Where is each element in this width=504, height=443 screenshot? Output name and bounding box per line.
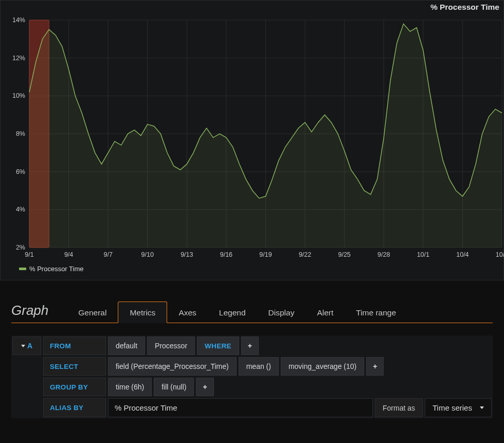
svg-text:9/1: 9/1 bbox=[25, 251, 33, 258]
query-block: A FROM defaultProcessorWHERE+ SELECT fie… bbox=[11, 335, 493, 418]
svg-text:9/7: 9/7 bbox=[103, 251, 112, 258]
panel-editor: Graph GeneralMetricsAxesLegendDisplayAle… bbox=[0, 280, 504, 418]
tab-axes[interactable]: Axes bbox=[167, 302, 207, 323]
alias-input[interactable] bbox=[108, 398, 373, 417]
groupby-chip-1[interactable]: fill (null) bbox=[154, 378, 194, 396]
svg-text:9/16: 9/16 bbox=[220, 251, 232, 258]
svg-text:10%: 10% bbox=[12, 92, 25, 99]
chart-area[interactable]: 2%4%6%8%10%12%14%9/19/49/79/109/139/169/… bbox=[1, 1, 503, 280]
query-toggle[interactable]: A bbox=[12, 336, 41, 355]
chart-legend[interactable]: % Processor Time bbox=[19, 265, 83, 273]
chart-panel: % Processor Time 2%4%6%8%10%12%14%9/19/4… bbox=[0, 0, 504, 280]
svg-text:9/22: 9/22 bbox=[299, 251, 311, 258]
svg-text:14%: 14% bbox=[12, 16, 25, 24]
from-label: FROM bbox=[43, 336, 106, 355]
aliasby-label: ALIAS BY bbox=[43, 398, 106, 417]
format-as-label: Format as bbox=[375, 398, 423, 417]
svg-text:10/4: 10/4 bbox=[456, 251, 469, 258]
svg-text:9/19: 9/19 bbox=[259, 251, 272, 258]
tab-display[interactable]: Display bbox=[257, 302, 306, 323]
legend-swatch bbox=[19, 268, 26, 270]
svg-text:8%: 8% bbox=[16, 130, 25, 137]
caret-down-icon bbox=[21, 345, 25, 347]
tab-metrics[interactable]: Metrics bbox=[118, 302, 167, 323]
svg-text:10/7: 10/7 bbox=[496, 251, 504, 258]
format-as-select[interactable]: Time series bbox=[425, 398, 492, 417]
where-keyword[interactable]: WHERE bbox=[197, 336, 239, 355]
from-chip-0[interactable]: default bbox=[108, 336, 145, 355]
groupby-chip-0[interactable]: time (6h) bbox=[108, 378, 152, 396]
add-select-button[interactable]: + bbox=[366, 357, 384, 376]
caret-down-icon bbox=[480, 406, 484, 409]
editor-title: Graph bbox=[11, 303, 48, 323]
add-where-button[interactable]: + bbox=[241, 336, 259, 355]
svg-text:6%: 6% bbox=[16, 168, 25, 175]
format-as-value: Time series bbox=[433, 403, 472, 412]
svg-text:2%: 2% bbox=[16, 244, 25, 251]
svg-text:10/1: 10/1 bbox=[417, 251, 429, 258]
tab-general[interactable]: General bbox=[67, 302, 118, 323]
row-spacer bbox=[12, 357, 41, 376]
panel-title: % Processor Time bbox=[1, 3, 499, 12]
select-chip-0[interactable]: field (Percentage_Processor_Time) bbox=[108, 357, 237, 376]
svg-text:9/28: 9/28 bbox=[377, 251, 390, 258]
groupby-label: GROUP BY bbox=[43, 378, 106, 396]
svg-text:9/13: 9/13 bbox=[181, 251, 193, 258]
svg-text:9/4: 9/4 bbox=[64, 251, 73, 258]
row-spacer bbox=[12, 398, 41, 417]
tab-time-range[interactable]: Time range bbox=[345, 302, 407, 323]
from-chip-1[interactable]: Processor bbox=[147, 336, 195, 355]
svg-text:9/10: 9/10 bbox=[141, 251, 154, 258]
query-row-select: SELECT field (Percentage_Processor_Time)… bbox=[11, 356, 493, 377]
legend-label: % Processor Time bbox=[29, 265, 83, 273]
editor-tabs: Graph GeneralMetricsAxesLegendDisplayAle… bbox=[11, 295, 493, 323]
row-spacer bbox=[12, 378, 41, 396]
svg-text:9/25: 9/25 bbox=[338, 251, 350, 258]
tab-legend[interactable]: Legend bbox=[208, 302, 257, 323]
select-chip-1[interactable]: mean () bbox=[239, 357, 279, 376]
add-groupby-button[interactable]: + bbox=[196, 378, 213, 396]
select-chip-2[interactable]: moving_average (10) bbox=[281, 357, 364, 376]
query-row-groupby: GROUP BY time (6h)fill (null)+ bbox=[11, 377, 493, 397]
query-letter: A bbox=[27, 342, 32, 350]
select-label: SELECT bbox=[43, 357, 106, 376]
query-row-from: A FROM defaultProcessorWHERE+ bbox=[11, 335, 493, 356]
tab-alert[interactable]: Alert bbox=[305, 302, 345, 323]
query-row-aliasby: ALIAS BY Format as Time series bbox=[11, 397, 493, 418]
svg-text:12%: 12% bbox=[12, 55, 25, 62]
svg-text:4%: 4% bbox=[16, 206, 25, 213]
chart-svg[interactable]: 2%4%6%8%10%12%14%9/19/49/79/109/139/169/… bbox=[1, 1, 504, 278]
